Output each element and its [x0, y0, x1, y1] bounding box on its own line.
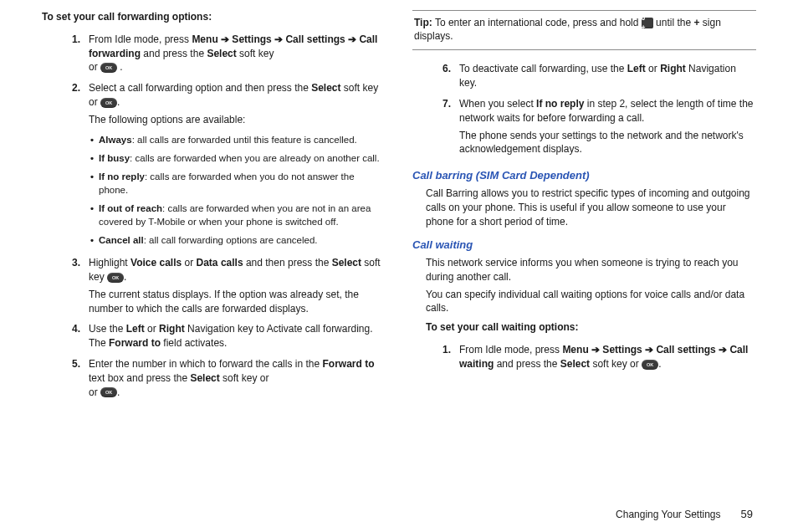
step-number: 5. [65, 357, 80, 399]
option-data-calls: Data calls [197, 257, 243, 269]
section-heading: To set your call waiting options: [412, 320, 756, 335]
step-2: 2. Select a call forwarding option and t… [42, 78, 386, 253]
label: If no reply [99, 171, 145, 182]
text: until the [653, 17, 694, 28]
text: text box and press the [89, 372, 190, 384]
text: . [120, 61, 122, 73]
right-column: Tip: To enter an international code, pre… [412, 10, 756, 507]
soft-key-name: Select [332, 257, 361, 269]
text: or [89, 386, 100, 398]
step-number: 7. [436, 97, 451, 156]
step-number: 4. [65, 322, 80, 350]
option-if-no-reply: If no reply [536, 98, 584, 110]
waiting-step-1: 1. From Idle mode, press Menu ➔ Settings… [412, 340, 756, 375]
steps-list-waiting: 1. From Idle mode, press Menu ➔ Settings… [412, 340, 756, 375]
text: and press the [494, 358, 560, 370]
soft-key-name: Select [560, 358, 590, 370]
text: field activates. [161, 337, 227, 349]
nav-left: Left [627, 63, 646, 74]
text: . [117, 96, 120, 108]
text: or [145, 323, 159, 335]
ok-key-icon: OK [100, 98, 117, 108]
text: . [117, 386, 120, 398]
step-number: 1. [436, 343, 451, 371]
svg-text:OK: OK [105, 65, 112, 70]
step-body: Use the Left or Right Navigation key to … [89, 322, 386, 350]
paragraph: This network service informs you when so… [412, 256, 756, 284]
text: . [124, 271, 126, 283]
page-number: 59 [741, 507, 753, 522]
step-body: Highlight Voice calls or Data calls and … [89, 256, 386, 315]
steps-list-right: 6. To deactivate call forwarding, use th… [412, 59, 756, 160]
zero-key-icon: 0 + [642, 18, 653, 28]
option-bullet-list: Always: all calls are forwarded until th… [89, 130, 386, 250]
step-number: 2. [65, 81, 80, 249]
ok-key-icon: OK [100, 63, 117, 73]
ok-key-icon: OK [107, 273, 124, 283]
text: Use the [89, 323, 126, 335]
text: and press the [141, 48, 207, 59]
step-number: 6. [436, 62, 451, 90]
soft-key-name: Select [311, 82, 340, 94]
step-7: 7. When you select If no reply in step 2… [412, 94, 756, 160]
soft-key-name: Select [190, 372, 219, 384]
desc: : calls are forwarded when you are alrea… [130, 153, 380, 163]
bullet-if-no-reply: If no reply: calls are forwarded when yo… [89, 167, 386, 199]
step-body: To deactivate call forwarding, use the L… [459, 62, 756, 90]
label: If out of reach [99, 203, 162, 213]
tip-label: Tip: [414, 17, 432, 28]
svg-text:OK: OK [647, 362, 653, 367]
text: soft key or [590, 358, 642, 370]
nav-right: Right [159, 323, 185, 335]
step-1: 1. From Idle mode, press Menu ➔ Settings… [42, 29, 386, 78]
nav-right: Right [660, 63, 686, 74]
text: The phone sends your settings to the net… [459, 130, 744, 156]
step-body: Enter the number in which to forward the… [89, 357, 386, 399]
text: To enter an international code, press an… [432, 17, 642, 28]
text: The following options are available: [89, 114, 245, 125]
text: From Idle mode, press [459, 344, 562, 356]
label: Cancel all [99, 235, 144, 245]
paragraph: You can specify individual call waiting … [412, 288, 756, 316]
desc: : all calls are forwarded until this fea… [132, 135, 357, 145]
svg-text:OK: OK [105, 391, 112, 396]
text: or [646, 63, 660, 74]
text: soft key [237, 48, 274, 59]
step-6: 6. To deactivate call forwarding, use th… [412, 59, 756, 94]
text: Highlight [89, 257, 130, 269]
text: Enter the number in which to forward the… [89, 358, 322, 370]
soft-key-name: Select [207, 48, 236, 59]
nav-left: Left [126, 323, 145, 335]
section-call-barring: Call barring (SIM Card Dependent) [412, 168, 756, 183]
steps-list-left: 1. From Idle mode, press Menu ➔ Settings… [42, 29, 386, 403]
svg-text:OK: OK [112, 275, 119, 280]
step-number: 1. [65, 33, 80, 74]
paragraph: Call Barring allows you to restrict spec… [412, 187, 756, 228]
two-column-layout: To set your call forwarding options: 1. … [42, 10, 756, 507]
option-voice-calls: Voice calls [130, 257, 182, 269]
tip-box: Tip: To enter an international code, pre… [412, 10, 756, 50]
text: and then press the [243, 257, 332, 269]
text: Select a call forwarding option and then… [89, 82, 311, 94]
text: soft key or [220, 372, 269, 384]
step-3: 3. Highlight Voice calls or Data calls a… [42, 253, 386, 319]
field-forward-to: Forward to [109, 337, 161, 349]
step-4: 4. Use the Left or Right Navigation key … [42, 319, 386, 354]
step-body: From Idle mode, press Menu ➔ Settings ➔ … [459, 343, 756, 371]
ok-key-icon: OK [642, 360, 658, 370]
text: or [182, 257, 196, 269]
text: The current status displays. If the opti… [89, 289, 359, 315]
text: or [89, 61, 100, 73]
section-heading: To set your call forwarding options: [42, 10, 386, 24]
text: . [658, 358, 661, 370]
section-call-waiting: Call waiting [412, 238, 756, 253]
bullet-always: Always: all calls are forwarded until th… [89, 130, 386, 149]
desc: : all call forwarding options are cancel… [144, 235, 318, 245]
left-column: To set your call forwarding options: 1. … [42, 10, 386, 507]
label: If busy [99, 153, 130, 163]
bullet-if-busy: If busy: calls are forwarded when you ar… [89, 149, 386, 167]
bullet-if-out-of-reach: If out of reach: calls are forwarded whe… [89, 199, 386, 231]
step-body: From Idle mode, press Menu ➔ Settings ➔ … [89, 33, 386, 74]
field-forward-to: Forward to [322, 358, 374, 370]
bullet-cancel-all: Cancel all: all call forwarding options … [89, 231, 386, 249]
